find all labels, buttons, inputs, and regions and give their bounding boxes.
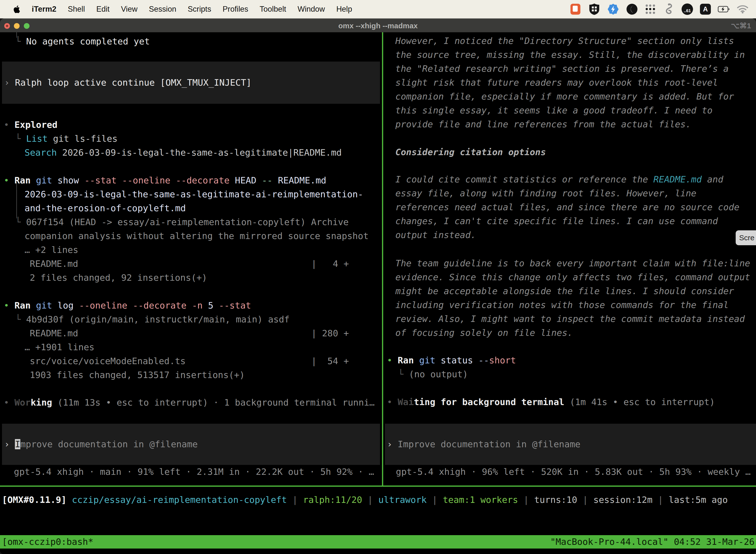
reasoning-line: of focusing solely on file lines.	[395, 326, 573, 340]
reasoning-line: companion file, especially if more comme…	[395, 90, 734, 104]
diffstat-line: src/voice/voiceModeEnabled.ts| 54 +	[30, 354, 186, 368]
omx-session: session:12m	[593, 495, 652, 505]
tree-guide	[16, 182, 17, 218]
right-terminal-pane[interactable]: However, I noticed the "Directory Struct…	[385, 32, 756, 486]
menu-item-view[interactable]: View	[121, 5, 138, 14]
reasoning-line: evidence. Since this change only affects…	[395, 270, 750, 284]
omx-version: [OMX#0.11.9]	[2, 495, 66, 505]
readme-link: README.md	[653, 174, 702, 184]
diffstat-line: README.md| 4 +	[30, 257, 78, 271]
working-status-line: • Working (11m 13s • esc to interrupt) ·…	[4, 396, 375, 409]
explored-search-line: Search 2026-03-09-is-legal-the-same-as-l…	[24, 146, 342, 160]
menu-item-profiles[interactable]: Profiles	[223, 5, 248, 14]
browser-app-icon[interactable]	[626, 3, 638, 15]
screen: iTerm2 Shell Edit View Session Scripts P…	[0, 0, 756, 554]
ran-git-status-command: • Ran git status --short	[387, 353, 516, 367]
commit-output-line: companion analysis without altering the …	[24, 229, 369, 243]
menu-item-toolbelt[interactable]: Toolbelt	[260, 5, 286, 14]
lightning-badge-icon[interactable]	[607, 3, 619, 15]
tmux-status-bar: [omx-cczip0:bash* "MacBook-Pro-44.local"…	[0, 535, 756, 549]
menu-item-shell[interactable]: Shell	[68, 5, 85, 14]
chat-app-icon[interactable]	[569, 3, 581, 15]
apple-menu-icon[interactable]	[13, 3, 20, 15]
diffstat-line: README.md| 280 +	[30, 326, 78, 340]
truncated-lines-note: … +1901 lines	[24, 340, 94, 354]
reasoning-line: output instead.	[395, 228, 476, 242]
explored-header: • Explored	[4, 118, 58, 132]
window-shortcut: ⌥⌘1	[731, 19, 751, 33]
menu-item-help[interactable]: Help	[336, 5, 352, 14]
omx-status-bar: [OMX#0.11.9] cczip/essay/ai-reimplementa…	[2, 493, 728, 507]
diffstat-summary: 2 files changed, 92 insertions(+)	[30, 271, 207, 285]
no-agents-line: └ No agents completed yet	[15, 35, 150, 48]
show-arg-line-2: and-the-erosion-of-copyleft.md	[24, 201, 186, 215]
omx-team: team:1 workers	[443, 495, 518, 505]
tmux-host-clock: "MacBook-Pro-44.local" 04:52 31-Mar-26	[550, 535, 755, 549]
commit-output-line: └ 4b9d30f (origin/main, instructkr/main,…	[15, 313, 290, 326]
left-model-status-line: gpt-5.4 xhigh · main · 91% left · 2.31M …	[14, 465, 374, 479]
commit-output-line: └ 067f154 (HEAD -> essay/ai-reimplementa…	[15, 215, 349, 229]
text-cursor: I	[15, 439, 20, 449]
menu-item-session[interactable]: Session	[149, 5, 176, 14]
reasoning-line: including verification notes with those …	[395, 298, 729, 312]
omx-turns: turns:10	[534, 495, 577, 505]
diffstat-summary: 1903 files changed, 513517 insertions(+)	[30, 368, 245, 382]
left-prompt-box[interactable]: › Improve documentation in @filename	[2, 424, 380, 465]
hook-app-icon[interactable]	[663, 3, 675, 15]
ralph-loop-line: › Ralph loop active continue [OMX_TMUX_I…	[4, 76, 252, 90]
wifi-icon[interactable]	[737, 3, 749, 15]
window-titlebar[interactable]: omx --xhigh --madmax ⌥⌘1	[0, 18, 756, 32]
battery-percent-badge-icon[interactable]: ..61	[682, 3, 693, 15]
ran-git-show-command: • Ran git show --stat --oneline --decora…	[4, 173, 326, 187]
omx-last: last:5m ago	[669, 495, 728, 505]
right-prompt-input[interactable]: › Improve documentation in @filename	[387, 437, 580, 451]
reasoning-line: slight risk that future readers may over…	[395, 76, 718, 90]
waiting-status-line: • Waiting for background terminal (1m 41…	[387, 395, 715, 409]
ran-git-log-command: • Ran git log --oneline --decorate -n 5 …	[4, 298, 251, 313]
pane-divider-horizontal	[0, 486, 756, 487]
menu-item-edit[interactable]: Edit	[96, 5, 109, 14]
iterm2-window: omx --xhigh --madmax ⌥⌘1 └ No agents com…	[0, 18, 756, 554]
reasoning-line: the "Related research writing" section i…	[395, 62, 729, 76]
reasoning-line: However, I noticed the "Directory Struct…	[395, 34, 734, 48]
omx-repo-path: cczip/essay/ai-reimplementation-copyleft	[66, 495, 287, 505]
menu-item-app[interactable]: iTerm2	[32, 5, 56, 14]
input-source-a-icon[interactable]: A	[700, 4, 711, 15]
battery-charging-icon[interactable]	[718, 3, 730, 15]
left-prompt-input[interactable]: › Improve documentation in @filename	[4, 437, 198, 451]
truncated-lines-note: … +2 lines	[24, 243, 78, 257]
right-model-status-line: gpt-5.4 xhigh · 96% left · 520K in · 5.8…	[396, 465, 751, 479]
screen-tooltip[interactable]: Scre	[736, 230, 756, 245]
reasoning-line: this single essay, it seems like a good …	[395, 104, 712, 117]
menu-item-scripts[interactable]: Scripts	[188, 5, 211, 14]
reasoning-line: the source tree, missing the essay. Stil…	[395, 48, 745, 62]
right-prompt-box[interactable]: › Improve documentation in @filename	[385, 424, 756, 465]
omx-ralph-count: ralph:11/20	[303, 495, 362, 505]
show-arg-line-1: 2026-03-09-is-legal-the-same-as-legitima…	[24, 187, 363, 201]
left-terminal-pane[interactable]: └ No agents completed yet › Ralph loop a…	[0, 32, 382, 486]
ralph-loop-box: › Ralph loop active continue [OMX_TMUX_I…	[2, 62, 380, 104]
reasoning-line: provide file and line references from th…	[395, 117, 691, 131]
macos-menu-bar: iTerm2 Shell Edit View Session Scripts P…	[0, 0, 756, 18]
reasoning-line: essay file, along with finding root file…	[395, 186, 696, 200]
terminal-content[interactable]: └ No agents completed yet › Ralph loop a…	[0, 32, 756, 554]
reasoning-line: changes, I can't cite specific file line…	[395, 214, 718, 228]
dots-grid-icon[interactable]	[645, 4, 656, 15]
reasoning-line: The team guideline is to back every impo…	[395, 257, 750, 270]
no-output-line: └ (no output)	[398, 367, 468, 381]
tmux-session-name: [omx-cczip0:bash*	[2, 535, 93, 549]
reasoning-heading: Considering citation options	[395, 145, 546, 159]
menu-item-window[interactable]: Window	[298, 5, 325, 14]
omx-ultrawork: ultrawork	[378, 495, 427, 505]
window-title: omx --xhigh --madmax	[0, 19, 756, 33]
reasoning-line: references need actual files, and since …	[395, 200, 739, 214]
reasoning-line: review. Also, I might want to inspect th…	[395, 312, 745, 326]
explored-list-line: └ List git ls-files	[15, 132, 118, 146]
pane-divider-vertical[interactable]	[382, 32, 383, 487]
reasoning-line: I could cite commit statistics or refere…	[395, 172, 723, 186]
shield-app-icon[interactable]	[588, 3, 600, 15]
reasoning-line: might be acceptable alongside the file l…	[395, 284, 734, 298]
